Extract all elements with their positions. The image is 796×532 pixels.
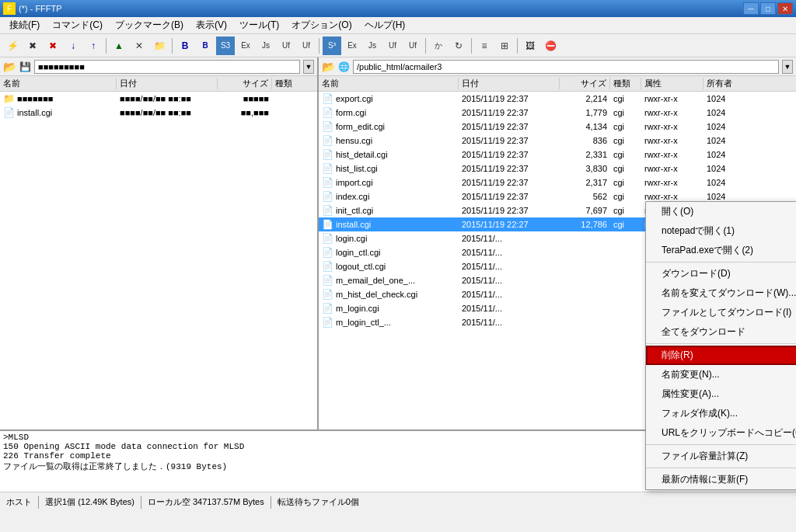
- ctx-rename[interactable]: 名前変更(N)...: [646, 365, 796, 384]
- right-col-owner[interactable]: 所有者: [703, 78, 750, 89]
- ctx-download-file[interactable]: ファイルとしてダウンロード(I): [646, 303, 796, 322]
- menu-bookmark[interactable]: ブックマーク(B): [109, 17, 190, 33]
- left-address-input[interactable]: [34, 60, 300, 74]
- status-transfer: 転送待ちファイル0個: [278, 496, 359, 508]
- right-address-dropdown[interactable]: ▼: [782, 60, 793, 74]
- status-bar: ホスト 選択1個 (12.49K Bytes) ローカル空 347137.57M…: [0, 492, 796, 512]
- sep5: [471, 38, 472, 54]
- toolbar-refresh[interactable]: ↻: [449, 37, 468, 55]
- menu-options[interactable]: オプション(O): [285, 17, 358, 33]
- table-row[interactable]: 📄form.cgi 2015/11/19 22:37 1,779 cgi rwx…: [319, 106, 796, 120]
- toolbar-cancel[interactable]: ✖: [44, 37, 62, 55]
- toolbar-down[interactable]: ↓: [64, 37, 82, 55]
- right-file-owner: 1024: [703, 122, 750, 131]
- file-icon: 📄: [322, 219, 333, 230]
- table-row[interactable]: 📄hensu.cgi 2015/11/19 22:37 836 cgi rwxr…: [319, 134, 796, 148]
- table-row[interactable]: 📄hist_list.cgi 2015/11/19 22:37 3,830 cg…: [319, 162, 796, 176]
- table-row[interactable]: 📄hist_detail.cgi 2015/11/19 22:37 2,331 …: [319, 148, 796, 162]
- status-local: ローカル空 347137.57M Bytes: [148, 496, 264, 508]
- right-file-attr: rwxr-xr-x: [641, 94, 703, 103]
- ctx-sep4: [646, 468, 796, 468]
- toolbar-delete[interactable]: ✕: [130, 37, 148, 55]
- toolbar-upload[interactable]: ▲: [110, 37, 128, 55]
- toolbar-ex2[interactable]: Ex: [343, 37, 361, 55]
- ctx-download-all[interactable]: 全てをダウンロード: [646, 322, 796, 342]
- ctx-open[interactable]: 開く(O): [646, 202, 796, 221]
- right-file-name: 📄login_ctl.cgi: [319, 247, 459, 258]
- ctx-download[interactable]: ダウンロード(D): [646, 264, 796, 283]
- right-file-size: 3,830: [560, 164, 610, 173]
- toolbar-ex[interactable]: Ex: [236, 37, 255, 55]
- toolbar-s3[interactable]: S3: [216, 37, 235, 55]
- toolbar-list[interactable]: ≡: [475, 37, 494, 55]
- ctx-notepad[interactable]: notepadで開く(1): [646, 221, 796, 241]
- toolbar-list2[interactable]: ⊞: [495, 37, 514, 55]
- sep6: [517, 38, 518, 54]
- right-file-attr: rwxr-xr-x: [641, 178, 703, 187]
- right-file-size: 836: [560, 136, 610, 145]
- toolbar-mkdir[interactable]: 📁: [150, 37, 169, 55]
- menu-help[interactable]: ヘルプ(H): [358, 17, 412, 33]
- ctx-delete[interactable]: 削除(R): [646, 346, 796, 365]
- ctx-mkdir[interactable]: フォルダ作成(K)...: [646, 404, 796, 423]
- table-row[interactable]: 📁 ■■■■■■■ ■■■■/■■/■■ ■■:■■ ■■■■■: [0, 92, 317, 106]
- left-col-date[interactable]: 日付: [117, 78, 218, 89]
- toolbar-connect[interactable]: ⚡: [3, 37, 22, 55]
- right-col-type[interactable]: 種類: [610, 78, 641, 89]
- right-file-date: 2015/11/19 22:37: [459, 206, 560, 215]
- toolbar-img[interactable]: 🖼: [521, 37, 539, 55]
- toolbar-uf4[interactable]: Uf: [403, 37, 422, 55]
- toolbar-js[interactable]: Js: [257, 37, 275, 55]
- maximize-button[interactable]: □: [760, 2, 776, 15]
- right-address-input[interactable]: [353, 60, 779, 74]
- right-file-attr: rwxr-xr-x: [641, 192, 703, 201]
- minimize-button[interactable]: ─: [743, 2, 759, 15]
- table-row[interactable]: 📄export.cgi 2015/11/19 22:37 2,214 cgi r…: [319, 92, 796, 106]
- status-selected: 選択1個 (12.49K Bytes): [45, 496, 134, 508]
- ctx-terapad[interactable]: TeraPad.exeで開く(2): [646, 241, 796, 260]
- ctx-download-rename[interactable]: 名前を変えてダウンロード(W)...: [646, 283, 796, 303]
- right-col-name[interactable]: 名前: [319, 78, 459, 89]
- ctx-attr[interactable]: 属性変更(A)...: [646, 384, 796, 404]
- file-icon: 📄: [322, 177, 333, 188]
- right-col-attr[interactable]: 属性: [641, 78, 703, 89]
- right-file-owner: 1024: [703, 94, 750, 103]
- toolbar-b2[interactable]: B: [196, 37, 215, 55]
- ctx-calc-size[interactable]: ファイル容量計算(Z): [646, 447, 796, 466]
- right-file-type: cgi: [610, 122, 641, 131]
- left-file-date: ■■■■/■■/■■ ■■:■■: [117, 94, 218, 103]
- table-row[interactable]: 📄 install.cgi ■■■■/■■/■■ ■■:■■ ■■,■■■: [0, 106, 317, 120]
- left-address-dropdown[interactable]: ▼: [303, 60, 314, 74]
- toolbar-up[interactable]: ↑: [84, 37, 103, 55]
- ctx-refresh[interactable]: 最新の情報に更新(F): [646, 470, 796, 489]
- right-file-size: 4,134: [560, 122, 610, 131]
- toolbar-ka[interactable]: か: [429, 37, 448, 55]
- right-col-date[interactable]: 日付: [459, 78, 560, 89]
- right-file-size: 562: [560, 192, 610, 201]
- close-button[interactable]: ✕: [777, 2, 793, 15]
- toolbar-stop[interactable]: ⛔: [541, 37, 560, 55]
- right-file-attr: rwxr-xr-x: [641, 108, 703, 117]
- toolbar-s3b[interactable]: S³: [323, 37, 341, 55]
- toolbar-disconnect[interactable]: ✖: [23, 37, 42, 55]
- toolbar-b[interactable]: B: [176, 37, 194, 55]
- menu-connect[interactable]: 接続(F): [3, 17, 46, 33]
- left-col-name[interactable]: 名前: [0, 78, 117, 89]
- main-area: 📂 💾 ▼ 名前 日付 サイズ 種類 📁 ■■■■■■■ ■■■■/■■/■■ …: [0, 57, 796, 429]
- menu-command[interactable]: コマンド(C): [46, 17, 109, 33]
- window-controls: ─ □ ✕: [743, 2, 793, 15]
- menu-tools[interactable]: ツール(T): [233, 17, 285, 33]
- toolbar-uf[interactable]: Uf: [277, 37, 295, 55]
- toolbar-uf2[interactable]: Uf: [297, 37, 316, 55]
- right-col-size[interactable]: サイズ: [560, 78, 610, 89]
- left-col-type[interactable]: 種類: [272, 78, 311, 89]
- ctx-url-copy[interactable]: URLをクリップボードへコピー(C): [646, 423, 796, 443]
- toolbar-uf3[interactable]: Uf: [383, 37, 402, 55]
- right-file-date: 2015/11/...: [459, 234, 560, 243]
- table-row[interactable]: 📄form_edit.cgi 2015/11/19 22:37 4,134 cg…: [319, 120, 796, 134]
- table-row[interactable]: 📄import.cgi 2015/11/19 22:37 2,317 cgi r…: [319, 176, 796, 190]
- menu-view[interactable]: 表示(V): [190, 17, 233, 33]
- toolbar-js2[interactable]: Js: [363, 37, 382, 55]
- right-file-name: 📄import.cgi: [319, 177, 459, 188]
- left-col-size[interactable]: サイズ: [218, 78, 272, 89]
